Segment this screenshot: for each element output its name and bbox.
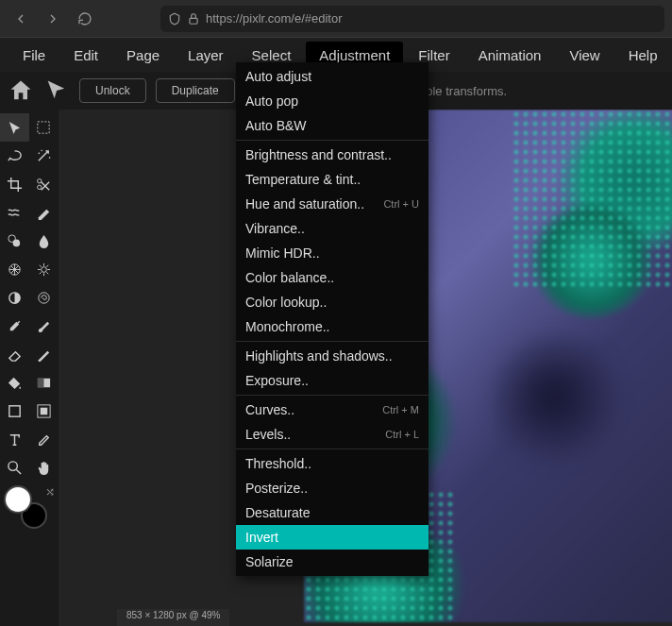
menu-layer[interactable]: Layer (175, 42, 237, 69)
menu-item-posterize[interactable]: Posterize.. (236, 476, 428, 500)
svg-rect-11 (38, 378, 44, 386)
menu-separator (236, 341, 428, 342)
menu-separator (236, 395, 428, 396)
menu-item-color-lookup[interactable]: Color lookup.. (236, 290, 428, 314)
cursor-icon[interactable] (43, 77, 70, 104)
svg-rect-12 (9, 405, 20, 415)
clone-tool[interactable] (0, 227, 29, 255)
effect-swirl-tool[interactable] (29, 283, 59, 312)
menu-item-auto-pop[interactable]: Auto pop (236, 89, 428, 113)
menu-file[interactable]: File (9, 42, 59, 69)
fill-bucket-tool[interactable] (0, 368, 29, 397)
sharpen-gear-tool[interactable] (29, 255, 59, 283)
svg-point-5 (13, 239, 21, 246)
hand-tool[interactable] (29, 453, 59, 482)
arrow-select-tool[interactable] (0, 113, 29, 142)
adjust-circle-tool[interactable] (0, 283, 29, 312)
url-text: https://pixlr.com/e/#editor (206, 11, 343, 25)
disperse-tool[interactable] (0, 255, 29, 283)
menu-view[interactable]: View (556, 42, 613, 69)
svg-rect-1 (38, 121, 49, 132)
menu-item-solarize[interactable]: Solarize (236, 550, 428, 574)
swap-colors-icon[interactable]: ⤭ (45, 485, 55, 499)
marquee-tool[interactable] (29, 113, 59, 142)
svg-point-3 (38, 185, 42, 189)
draw-tool[interactable] (29, 340, 59, 368)
pen2-tool[interactable] (29, 425, 59, 453)
eyedropper-tool[interactable] (0, 312, 29, 340)
text-tool[interactable] (0, 425, 29, 453)
menu-animation[interactable]: Animation (465, 42, 555, 69)
gradient-tool[interactable] (29, 368, 59, 397)
shape-tool[interactable] (0, 397, 29, 425)
duplicate-button[interactable]: Duplicate (156, 78, 235, 103)
menu-item-exposure[interactable]: Exposure.. (236, 368, 428, 393)
menu-item-brightness-and-contrast[interactable]: Brightness and contrast.. (236, 143, 428, 167)
menu-item-levels[interactable]: Levels..Ctrl + L (236, 422, 428, 447)
svg-point-7 (42, 266, 47, 272)
menu-edit[interactable]: Edit (60, 42, 111, 69)
menu-item-invert[interactable]: Invert (236, 525, 428, 550)
menu-item-threshold[interactable]: Threshold.. (236, 451, 428, 476)
menu-item-highlights-and-shadows[interactable]: Highlights and shadows.. (236, 344, 428, 368)
address-bar[interactable]: https://pixlr.com/e/#editor (160, 6, 664, 32)
menu-separator (236, 448, 428, 449)
wand-tool[interactable] (29, 142, 59, 170)
menu-item-auto-b-w[interactable]: Auto B&W (236, 113, 428, 138)
liquify-wave-tool[interactable] (0, 198, 29, 227)
pen-tool[interactable] (29, 198, 59, 227)
svg-point-2 (38, 178, 42, 182)
menu-separator (236, 140, 428, 141)
menu-item-color-balance[interactable]: Color balance.. (236, 265, 428, 290)
shield-icon (168, 12, 181, 25)
browser-chrome: https://pixlr.com/e/#editor (0, 0, 672, 38)
menu-item-mimic-hdr[interactable]: Mimic HDR.. (236, 241, 428, 265)
unlock-button[interactable]: Unlock (79, 78, 146, 103)
eraser-tool[interactable] (0, 340, 29, 368)
lock-icon (187, 12, 200, 25)
menu-help[interactable]: Help (615, 42, 671, 69)
status-bar: 853 × 1280 px @ 49% (117, 609, 229, 626)
menu-item-temperature-tint[interactable]: Temperature & tint.. (236, 167, 428, 192)
forward-button[interactable] (40, 6, 66, 32)
menu-item-curves[interactable]: Curves..Ctrl + M (236, 398, 428, 422)
menu-item-vibrance[interactable]: Vibrance.. (236, 216, 428, 241)
menu-item-hue-and-saturation[interactable]: Hue and saturation..Ctrl + U (236, 192, 428, 216)
cut-tool[interactable] (29, 170, 59, 198)
menu-item-desaturate[interactable]: Desaturate (236, 500, 428, 525)
zoom-tool[interactable] (0, 453, 29, 482)
back-button[interactable] (8, 6, 34, 32)
lasso-tool[interactable] (0, 142, 29, 170)
frame-tool[interactable] (29, 397, 59, 425)
svg-point-9 (39, 292, 49, 302)
brush-tool[interactable] (29, 312, 59, 340)
adjustment-dropdown: Auto adjustAuto popAuto B&WBrightness an… (236, 62, 428, 576)
home-icon[interactable] (8, 77, 34, 104)
svg-rect-14 (41, 407, 48, 415)
menu-item-auto-adjust[interactable]: Auto adjust (236, 64, 428, 89)
reload-button[interactable] (72, 6, 98, 32)
svg-point-15 (8, 461, 17, 469)
menu-page[interactable]: Page (113, 42, 173, 69)
foreground-color[interactable] (4, 485, 32, 514)
tool-palette: ⤭ (0, 110, 59, 542)
crop-tool[interactable] (0, 170, 29, 198)
svg-rect-0 (190, 18, 197, 24)
blur-drop-tool[interactable] (29, 227, 59, 255)
menu-item-monochrome[interactable]: Monochrome.. (236, 314, 428, 339)
